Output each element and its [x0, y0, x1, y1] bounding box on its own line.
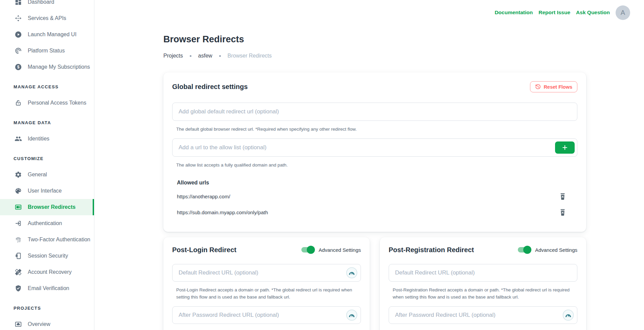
sidebar-item-label: Account Recovery	[28, 269, 72, 275]
reset-flows-label: Reset Flows	[544, 84, 572, 90]
sidebar-item-identities[interactable]: Identities	[0, 131, 94, 147]
delete-url-button[interactable]	[559, 208, 566, 216]
post-registration-default-redirect-input[interactable]	[389, 264, 577, 282]
main-area: Documentation Report Issue Ask Question …	[94, 0, 644, 330]
sidebar-item-label: Manage My Subscriptions	[28, 64, 90, 70]
advanced-settings-toggle[interactable]	[518, 247, 531, 252]
sidebar-item-label: Two-Factor Authentication	[28, 237, 90, 243]
history-icon	[535, 84, 541, 90]
documentation-link[interactable]: Documentation	[495, 9, 533, 16]
sidebar-item-label: Authentication	[28, 220, 62, 226]
add-allow-url-button[interactable]	[555, 141, 575, 154]
global-redirect-settings-card: Global redirect settings Reset Flows The…	[163, 72, 586, 232]
fingerprint-icon	[14, 236, 22, 244]
avatar[interactable]: A	[616, 5, 630, 20]
allowed-url-row: https://sub.domain.myapp.com/only/path	[177, 207, 577, 218]
breadcrumb-project-name[interactable]: asfew	[198, 53, 212, 59]
post-registration-redirect-card: Post-Registration Redirect Advanced Sett…	[380, 237, 586, 330]
dollar-circle-icon: $	[14, 63, 22, 71]
sidebar-item-label: Services & APIs	[28, 15, 66, 21]
dashboard-icon	[14, 0, 22, 6]
advanced-settings-label: Advanced Settings	[319, 247, 361, 253]
sidebar-item-manage-subscriptions[interactable]: $ Manage My Subscriptions	[0, 59, 94, 75]
global-default-redirect-help: The default global browser redirect url.…	[176, 126, 577, 133]
sidebar-item-dashboard[interactable]: Dashboard	[0, 0, 94, 10]
sidebar: Dashboard Services & APIs Launch Managed…	[0, 0, 94, 330]
sidebar-item-label: Session Security	[28, 253, 68, 259]
sidebar-item-platform-status[interactable]: Platform Status	[0, 43, 94, 59]
play-circle-icon	[14, 30, 22, 39]
allow-list-help: The allow list accepts a fully qualified…	[176, 161, 577, 169]
sidebar-item-label: Identities	[28, 136, 49, 142]
palette-icon	[14, 187, 22, 195]
topbar: Documentation Report Issue Ask Question …	[94, 0, 644, 25]
device-lock-icon	[14, 252, 22, 260]
post-login-after-password-help: After Password accepts a domain or path.…	[176, 329, 361, 330]
breadcrumb-projects[interactable]: Projects	[163, 53, 183, 59]
sidebar-item-label: Dashboard	[28, 0, 54, 5]
sidebar-item-label: General	[28, 172, 47, 178]
breadcrumb-separator-dot	[190, 55, 191, 57]
post-login-default-redirect-input[interactable]	[172, 264, 361, 282]
post-login-after-password-input[interactable]	[172, 306, 361, 324]
sidebar-item-services-apis[interactable]: Services & APIs	[0, 10, 94, 26]
sidebar-item-account-recovery[interactable]: Account Recovery	[0, 264, 94, 280]
sidebar-item-session-security[interactable]: Session Security	[0, 248, 94, 264]
sidebar-item-overview[interactable]: Overview	[0, 316, 94, 330]
sidebar-item-label: Personal Access Tokens	[28, 100, 86, 106]
browser-redirects-icon	[14, 203, 22, 211]
allowed-url: https://sub.domain.myapp.com/only/path	[177, 210, 268, 215]
sidebar-item-launch-managed-ui[interactable]: Launch Managed UI	[0, 26, 94, 43]
lock-icon	[14, 99, 22, 107]
mountain-circle-icon	[346, 309, 358, 322]
flow-cards-row: Post-Login Redirect Advanced Settings Po…	[163, 237, 586, 330]
post-login-default-redirect-field	[172, 264, 361, 282]
sidebar-item-general[interactable]: General	[0, 167, 94, 183]
post-registration-default-redirect-field	[389, 264, 577, 282]
post-registration-after-password-help: After Password accepts a domain or path.…	[393, 329, 577, 330]
shield-check-icon	[14, 284, 22, 292]
post-login-default-redirect-help: Post-Login Redirect accepts a domain or …	[176, 286, 361, 301]
advanced-settings-label: Advanced Settings	[535, 247, 577, 253]
sidebar-item-user-interface[interactable]: User Interface	[0, 183, 94, 199]
sidebar-section-manage-access: MANAGE ACCESS	[0, 79, 94, 95]
sidebar-item-label: Email Verification	[28, 285, 69, 291]
post-registration-title: Post-Registration Redirect	[389, 246, 474, 254]
sidebar-item-two-factor-authentication[interactable]: Two-Factor Authentication	[0, 232, 94, 248]
ask-question-link[interactable]: Ask Question	[576, 9, 610, 16]
overview-icon	[14, 320, 22, 328]
allowed-url: https://anotherapp.com/	[177, 194, 230, 199]
trash-x-icon	[559, 193, 566, 200]
global-default-redirect-input[interactable]	[172, 103, 577, 121]
sidebar-section-manage-data: MANAGE DATA	[0, 114, 94, 131]
report-issue-link[interactable]: Report Issue	[538, 9, 570, 16]
post-login-after-password-field	[172, 306, 361, 324]
sidebar-item-email-verification[interactable]: Email Verification	[0, 280, 94, 296]
post-registration-after-password-input[interactable]	[389, 306, 577, 324]
sidebar-item-authentication[interactable]: Authentication	[0, 215, 94, 232]
post-login-advanced-settings: Advanced Settings	[301, 247, 361, 253]
advanced-settings-toggle[interactable]	[301, 247, 314, 252]
breadcrumb-current: Browser Redirects	[228, 53, 272, 59]
allowed-urls-section: Allowed urls https://anotherapp.com/ htt…	[172, 180, 577, 218]
sidebar-item-label: Browser Redirects	[28, 204, 75, 210]
mountain-circle-icon	[346, 267, 358, 280]
sidebar-item-personal-access-tokens[interactable]: Personal Access Tokens	[0, 95, 94, 111]
delete-url-button[interactable]	[559, 193, 566, 200]
global-default-redirect-field	[172, 103, 577, 121]
sidebar-section-customize: CUSTOMIZE	[0, 150, 94, 167]
sidebar-item-browser-redirects[interactable]: Browser Redirects	[0, 199, 94, 215]
bandage-icon	[14, 268, 22, 276]
mountain-circle-icon	[562, 309, 574, 322]
post-registration-after-password-field	[389, 306, 577, 324]
trash-x-icon	[559, 208, 566, 216]
people-icon	[14, 135, 22, 143]
content: Browser Redirects Projects asfew Browser…	[163, 25, 586, 330]
plus-icon	[561, 144, 568, 151]
sidebar-item-label: Platform Status	[28, 48, 65, 54]
sidebar-item-label: Overview	[28, 321, 50, 327]
page-title: Browser Redirects	[163, 34, 586, 45]
reset-flows-button[interactable]: Reset Flows	[530, 81, 577, 92]
allow-list-input[interactable]	[172, 138, 577, 157]
sidebar-section-projects: PROJECTS	[0, 300, 94, 316]
